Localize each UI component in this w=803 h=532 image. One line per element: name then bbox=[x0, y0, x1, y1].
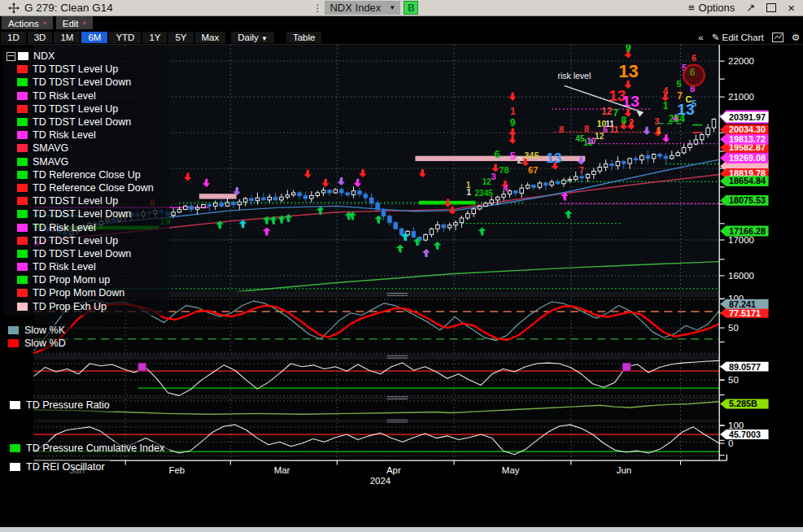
td-count: 3 bbox=[491, 172, 496, 181]
td-count: 1 bbox=[657, 126, 661, 135]
security-dropdown-icon[interactable]: ▼ bbox=[389, 4, 395, 11]
candle bbox=[346, 193, 350, 195]
legend-swatch bbox=[17, 237, 28, 245]
legend-label: TD Risk Level bbox=[33, 129, 96, 141]
candle bbox=[658, 155, 662, 157]
period-button-1d[interactable]: 1D bbox=[1, 32, 26, 43]
popout-icon[interactable]: ↗ bbox=[746, 2, 755, 14]
legend-label: TD Reference Close Down bbox=[33, 182, 154, 194]
edit-menu[interactable]: Edit▾ bbox=[56, 16, 93, 29]
period-button-1y[interactable]: 1Y bbox=[142, 32, 167, 43]
bloomberg-chart-window: G 279: Clean G14 ⋮ NDX Index ▼ B ≡ Optio… bbox=[0, 0, 803, 532]
legend-swatch bbox=[17, 276, 28, 284]
move-icon[interactable] bbox=[8, 2, 20, 14]
candle bbox=[682, 148, 686, 153]
candle bbox=[454, 223, 458, 225]
candle bbox=[316, 193, 320, 196]
legend-item[interactable]: TD TDST Level Down bbox=[7, 207, 169, 220]
td-count: 6 bbox=[495, 148, 500, 160]
period-button-ytd[interactable]: YTD bbox=[109, 32, 141, 43]
gear-icon[interactable]: ⚙ bbox=[792, 32, 800, 43]
legend-swatch bbox=[17, 118, 28, 126]
actions-menu[interactable]: Actions▾ bbox=[2, 16, 53, 29]
menu-row: Actions▾ Edit▾ bbox=[0, 16, 803, 30]
td-count: 4 bbox=[503, 183, 508, 193]
legend-item[interactable]: TD Risk Level bbox=[7, 220, 169, 233]
legend-item[interactable]: TD Reference Close Up bbox=[7, 168, 169, 181]
security-tag-badge[interactable]: B bbox=[404, 1, 418, 15]
legend-swatch bbox=[17, 263, 28, 271]
candle bbox=[640, 155, 644, 159]
chevron-down-icon: ▼ bbox=[261, 35, 268, 42]
chart-settings-icon[interactable] bbox=[772, 33, 783, 42]
pressure-cumulative-legend: TD Pressure Cumulative Index bbox=[7, 442, 169, 455]
candle bbox=[478, 206, 482, 209]
legend-item[interactable]: TD Risk Level bbox=[7, 129, 169, 142]
legend-item[interactable]: TD Prop Mom Down bbox=[7, 286, 169, 299]
legend-item[interactable]: TD TDST Level Up bbox=[7, 63, 169, 76]
axis-tick-label: 0 bbox=[728, 438, 733, 448]
legend-label: SMAVG bbox=[33, 156, 68, 168]
legend-item[interactable]: TD TDST Level Down bbox=[7, 116, 169, 129]
close-icon[interactable]: × bbox=[788, 1, 795, 15]
options-button[interactable]: ≡ Options bbox=[688, 2, 735, 14]
td-count: 7 bbox=[677, 90, 683, 102]
legend-item[interactable]: TD TDST Level Up bbox=[7, 234, 169, 247]
tree-collapse-icon[interactable] bbox=[7, 52, 15, 61]
legend-item[interactable]: TD Prop Mom up bbox=[7, 273, 169, 286]
candle bbox=[646, 155, 650, 159]
td-count: 3 bbox=[654, 116, 659, 126]
value-badge-text: 45.7003 bbox=[729, 430, 761, 439]
legend-item[interactable]: TD TDST Level Down bbox=[7, 76, 169, 89]
legend-label: TD TDST Level Down bbox=[33, 76, 131, 88]
candle bbox=[220, 203, 224, 207]
period-button-max[interactable]: Max bbox=[195, 32, 226, 43]
candle bbox=[502, 194, 506, 198]
candle bbox=[376, 203, 380, 210]
td-count: 5 bbox=[692, 98, 696, 108]
table-button[interactable]: Table bbox=[286, 32, 322, 43]
candle bbox=[556, 182, 560, 184]
candle bbox=[394, 223, 398, 229]
slow-k-swatch bbox=[8, 326, 19, 334]
title-bar: G 279: Clean G14 ⋮ NDX Index ▼ B ≡ Optio… bbox=[0, 0, 803, 16]
legend-item[interactable]: TD TDST Level Up bbox=[7, 102, 169, 116]
axis-tick-label: 16000 bbox=[728, 271, 754, 281]
legend-item[interactable]: TD Prop Exh Up bbox=[7, 300, 169, 313]
legend-item[interactable]: TD TDST Level Down bbox=[7, 247, 169, 260]
menu-lines-icon: ≡ bbox=[688, 2, 695, 14]
legend-swatch bbox=[17, 210, 28, 218]
edit-chart-button[interactable]: ✎ Edit Chart bbox=[712, 32, 764, 43]
period-button-1m[interactable]: 1M bbox=[54, 32, 80, 43]
candle bbox=[700, 135, 704, 140]
legend-item[interactable]: TD Reference Close Down bbox=[7, 181, 169, 194]
candle bbox=[195, 207, 199, 209]
legend-item[interactable]: TD TDST Level Up bbox=[7, 194, 169, 207]
legend-swatch bbox=[17, 289, 28, 297]
drag-dots-icon[interactable]: ⋮ bbox=[312, 2, 321, 14]
legend-item[interactable]: NDX bbox=[7, 50, 169, 63]
candle bbox=[321, 190, 325, 193]
legend-label: TD TDST Level Up bbox=[33, 235, 118, 246]
collapse-icon[interactable]: « bbox=[698, 33, 703, 42]
slow-k-label: Slow %K bbox=[24, 325, 65, 336]
candle bbox=[543, 183, 548, 185]
legend-swatch bbox=[17, 303, 28, 311]
candle bbox=[303, 195, 308, 198]
security-field[interactable]: NDX Index ▼ bbox=[325, 1, 400, 15]
period-button-6m[interactable]: 6M bbox=[81, 32, 107, 43]
period-button-5y[interactable]: 5Y bbox=[168, 32, 193, 43]
alert-circle bbox=[683, 65, 705, 86]
candle bbox=[184, 206, 188, 209]
maximize-icon[interactable] bbox=[766, 3, 776, 12]
window-title: G 279: Clean G14 bbox=[24, 2, 113, 14]
candle bbox=[688, 144, 692, 147]
candle bbox=[430, 229, 434, 234]
legend-item[interactable]: SMAVG bbox=[7, 142, 169, 155]
legend-item[interactable]: SMAVG bbox=[7, 155, 169, 168]
frequency-button[interactable]: Daily ▼ bbox=[231, 32, 274, 43]
legend-item[interactable]: TD Risk Level bbox=[7, 260, 169, 273]
period-button-3d[interactable]: 3D bbox=[28, 32, 53, 43]
legend-label: TD Reference Close Up bbox=[33, 169, 141, 181]
legend-item[interactable]: TD Risk Level bbox=[7, 89, 169, 102]
